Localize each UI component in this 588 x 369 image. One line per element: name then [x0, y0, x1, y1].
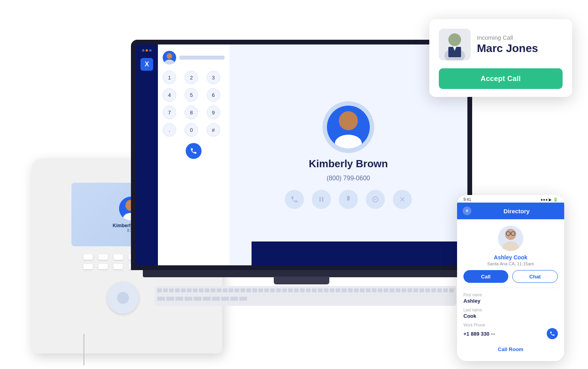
keyboard-key[interactable]	[276, 288, 281, 292]
phone-key[interactable]	[83, 254, 93, 260]
keyboard-key[interactable]	[378, 288, 382, 292]
caller-name: Marc Jones	[477, 43, 538, 55]
keyboard-key[interactable]	[330, 288, 334, 292]
keyboard-key[interactable]	[187, 288, 192, 292]
keyboard-key[interactable]	[348, 288, 353, 292]
phone-key[interactable]	[98, 264, 108, 269]
keyboard-key[interactable]	[288, 288, 293, 292]
keyboard-key[interactable]	[264, 288, 269, 292]
keyboard-key[interactable]	[282, 288, 287, 292]
mobile-phone-dial-icon[interactable]	[547, 328, 558, 339]
dialer-call-button[interactable]	[186, 143, 202, 159]
keyboard-key[interactable]	[300, 288, 305, 292]
keyboard-key[interactable]	[223, 288, 227, 292]
keyboard-key[interactable]	[419, 288, 424, 292]
keyboard-key[interactable]	[194, 297, 202, 301]
dialer-key-3[interactable]: 3	[207, 71, 220, 84]
keyboard-key[interactable]	[390, 288, 394, 292]
contact-action-end[interactable]	[393, 190, 412, 209]
laptop-screen-bezel: X 123456789.0#	[131, 40, 472, 270]
mobile-call-room-link[interactable]: Call Room	[463, 344, 558, 355]
keyboard-key[interactable]	[175, 288, 180, 292]
incoming-label: Incoming Call	[477, 34, 538, 41]
dialer-key-2[interactable]: 2	[184, 71, 198, 84]
contact-action-call[interactable]	[285, 190, 304, 209]
phone-key[interactable]	[113, 264, 123, 269]
keyboard-key[interactable]	[407, 288, 412, 292]
dialer-key-4[interactable]: 4	[163, 88, 176, 102]
dialer-key-5[interactable]: 5	[184, 88, 198, 102]
phone-key[interactable]	[98, 254, 108, 260]
keyboard-key[interactable]	[306, 288, 311, 292]
keyboard-key[interactable]	[413, 288, 418, 292]
contact-action-hold[interactable]	[312, 190, 331, 209]
dialer-key-0[interactable]: 0	[184, 123, 198, 137]
keyboard-key[interactable]	[443, 288, 448, 292]
mobile-action-row: Call Chat	[463, 270, 558, 283]
keyboard-key[interactable]	[181, 288, 186, 292]
keyboard-key[interactable]	[175, 297, 183, 301]
dialer-key-7[interactable]: 7	[163, 106, 176, 119]
keyboard-key[interactable]	[402, 288, 406, 292]
keyboard-key[interactable]	[294, 288, 299, 292]
phone-key[interactable]	[83, 264, 93, 269]
keyboard-key[interactable]	[205, 288, 209, 292]
keyboard-key[interactable]	[240, 288, 245, 292]
keyboard-key[interactable]	[157, 297, 165, 301]
mobile-work-phone-section: Work Phone +1 889 330 ···	[463, 323, 558, 339]
keyboard-key[interactable]	[169, 288, 174, 292]
keyboard-key[interactable]	[229, 288, 233, 292]
sidebar-logo[interactable]: X	[140, 58, 153, 71]
mobile-work-phone-label: Work Phone	[463, 323, 558, 327]
keyboard-key[interactable]	[252, 288, 257, 292]
keyboard-key[interactable]	[366, 288, 371, 292]
keyboard-key[interactable]	[425, 288, 430, 292]
keyboard-key[interactable]	[221, 297, 229, 301]
dialer-avatar-row	[163, 51, 225, 64]
keyboard-key[interactable]	[437, 288, 442, 292]
keyboard-key[interactable]	[270, 288, 275, 292]
keyboard-key[interactable]	[336, 288, 340, 292]
keyboard-key[interactable]	[246, 288, 251, 292]
keyboard-key[interactable]	[157, 288, 162, 292]
dialer-key-8[interactable]: 8	[184, 106, 198, 119]
keyboard-key[interactable]	[163, 288, 168, 292]
keyboard-key[interactable]	[239, 297, 247, 301]
keyboard-key[interactable]	[318, 288, 323, 292]
keyboard-key[interactable]	[354, 288, 359, 292]
keyboard-key[interactable]	[431, 288, 436, 292]
keyboard-key[interactable]	[230, 297, 238, 301]
keyboard-key[interactable]	[360, 288, 365, 292]
dialer-key-6[interactable]: 6	[207, 88, 220, 102]
keyboard-key[interactable]	[212, 297, 220, 301]
keyboard-key[interactable]	[312, 288, 317, 292]
dialer-key-1[interactable]: 1	[163, 71, 176, 84]
keyboard-key[interactable]	[372, 288, 377, 292]
keyboard-key[interactable]	[324, 288, 329, 292]
mobile-chat-button[interactable]: Chat	[512, 270, 558, 283]
keyboard-key[interactable]	[384, 288, 388, 292]
keyboard-key[interactable]	[184, 297, 192, 301]
dialer-key-#[interactable]: #	[207, 123, 220, 137]
keyboard-key[interactable]	[211, 288, 215, 292]
contact-action-transfer[interactable]	[366, 190, 385, 209]
keyboard-key[interactable]	[258, 288, 263, 292]
mobile-first-name-label: First name	[463, 293, 558, 297]
keyboard-key[interactable]	[166, 297, 174, 301]
phone-key[interactable]	[113, 254, 123, 260]
svg-point-3	[165, 60, 174, 64]
dialer-key-.[interactable]: .	[163, 123, 176, 137]
keyboard-key[interactable]	[234, 288, 239, 292]
keyboard-key[interactable]	[342, 288, 346, 292]
keyboard-key[interactable]	[203, 297, 211, 301]
keyboard-key[interactable]	[449, 288, 454, 292]
dialer-key-9[interactable]: 9	[207, 106, 220, 119]
keyboard-key[interactable]	[396, 288, 400, 292]
contact-action-mute[interactable]	[339, 190, 358, 209]
keyboard-key[interactable]	[193, 288, 198, 292]
accept-call-button[interactable]: Accept Call	[439, 68, 563, 89]
mobile-call-button[interactable]: Call	[463, 270, 508, 283]
keyboard-key[interactable]	[217, 288, 221, 292]
mobile-close-button[interactable]: ×	[463, 207, 471, 215]
keyboard-key[interactable]	[199, 288, 204, 292]
